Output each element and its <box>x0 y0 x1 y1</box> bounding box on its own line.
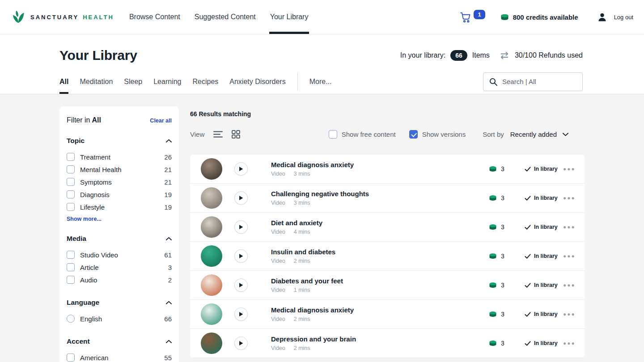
result-title: Diabetes and your feet <box>271 277 489 285</box>
filter-section-header-language[interactable]: Language <box>67 297 172 308</box>
top-nav: Browse ContentSuggested ContentYour Libr… <box>128 0 309 34</box>
show-versions-checkbox[interactable] <box>409 130 418 139</box>
filter-section-header-media[interactable]: Media <box>67 233 172 244</box>
grid-view-icon[interactable] <box>232 130 240 139</box>
play-button[interactable] <box>234 220 248 234</box>
play-button[interactable] <box>234 278 248 292</box>
play-button[interactable] <box>234 162 248 176</box>
filter-option-label: Studio Video <box>80 251 159 259</box>
tab-anxiety-disorders[interactable]: Anxiety Disorders <box>229 69 285 94</box>
results-toolbar: View Show free content Show versions Sor… <box>190 130 585 139</box>
tabs-divider <box>297 73 298 91</box>
filter-option-count: 55 <box>164 354 172 362</box>
cart-button[interactable]: 1 <box>460 12 485 23</box>
filter-option-label: Symptoms <box>80 178 159 186</box>
result-thumbnail <box>201 333 222 354</box>
nav-item-your-library[interactable]: Your Library <box>269 0 309 34</box>
filter-option-count: 3 <box>168 264 172 271</box>
filters-title: Filter inAll <box>67 116 101 124</box>
user-menu-button[interactable] <box>597 12 607 22</box>
filter-option-audio: Audio2 <box>67 274 172 286</box>
filter-option-count: 21 <box>164 178 172 186</box>
row-menu-button[interactable]: ●●● <box>563 195 574 201</box>
row-menu-button[interactable]: ●●● <box>563 224 574 230</box>
tab-learning[interactable]: Learning <box>153 69 181 94</box>
filters-header: Filter inAll Clear all <box>67 116 172 124</box>
result-thumbnail <box>201 245 222 267</box>
filter-option-label: Audio <box>80 276 163 284</box>
tab-recipes[interactable]: Recipes <box>192 69 218 94</box>
result-title: Diet and anxiety <box>271 219 489 227</box>
search-input[interactable] <box>502 78 577 85</box>
tab-meditation[interactable]: Meditation <box>80 69 113 94</box>
checkbox-symptoms[interactable] <box>67 178 75 186</box>
filter-option-count: 2 <box>168 276 172 284</box>
in-library-status: In library <box>525 253 563 259</box>
row-menu-button[interactable]: ●●● <box>563 340 574 346</box>
in-library-status: In library <box>525 195 563 201</box>
checkbox-article[interactable] <box>67 263 75 271</box>
result-row: Medical diagnosis anxietyVideo2 mins3In … <box>190 300 585 329</box>
filter-option-symptoms: Symptoms21 <box>67 176 172 188</box>
play-button[interactable] <box>234 249 248 263</box>
in-library-status: In library <box>525 224 563 230</box>
filter-section-title: Topic <box>67 137 85 145</box>
tab-more[interactable]: More... <box>309 69 332 94</box>
result-type: Video <box>271 345 285 351</box>
filter-option-count: 19 <box>164 203 172 211</box>
nav-item-browse-content[interactable]: Browse Content <box>128 0 181 34</box>
in-library-label: In library <box>534 224 558 230</box>
nav-item-suggested-content[interactable]: Suggested Content <box>194 0 257 34</box>
radio-english[interactable] <box>67 315 75 323</box>
row-menu-button[interactable]: ●●● <box>563 166 574 172</box>
show-free-content-checkbox[interactable] <box>329 130 337 139</box>
result-duration: 2 mins <box>294 316 310 322</box>
search-icon <box>489 77 498 86</box>
filter-section-header-accent[interactable]: Accent <box>67 336 172 347</box>
result-thumbnail <box>201 216 222 238</box>
checkbox-american[interactable] <box>67 354 75 362</box>
filter-option-mental-health: Mental Health21 <box>67 163 172 176</box>
credits-count: 3 <box>501 253 504 260</box>
checkbox-treatment[interactable] <box>67 153 75 161</box>
filter-option-american: American55 <box>67 351 172 362</box>
filter-section-topic: TopicTreatment26Mental Health21Symptoms2… <box>67 135 172 222</box>
items-count-badge: 66 <box>450 50 467 61</box>
filter-section-media: MediaStudio Video61Article3Audio2 <box>67 233 172 286</box>
result-duration: 1 mins <box>294 287 310 293</box>
checkbox-studio-video[interactable] <box>67 251 75 259</box>
brand: SANCTUARYHEALTH <box>11 9 114 25</box>
row-menu-button[interactable]: ●●● <box>563 282 574 288</box>
logout-link[interactable]: Log out <box>614 14 633 21</box>
play-button[interactable] <box>234 307 248 321</box>
sort-dropdown[interactable]: Recently added <box>510 130 557 138</box>
filter-option-diagnosis: Diagnosis19 <box>67 188 172 201</box>
filter-section-header-topic[interactable]: Topic <box>67 135 172 147</box>
chevron-up-icon <box>166 139 172 143</box>
filter-sections: TopicTreatment26Mental Health21Symptoms2… <box>67 135 172 362</box>
row-menu-button[interactable]: ●●● <box>563 311 574 317</box>
clear-all-link[interactable]: Clear all <box>150 118 172 124</box>
play-button[interactable] <box>234 191 248 205</box>
result-title: Medical diagnosis anxiety <box>271 161 489 168</box>
play-button[interactable] <box>234 337 248 350</box>
filter-option-count: 21 <box>164 166 172 173</box>
tab-sleep[interactable]: Sleep <box>124 69 142 94</box>
result-title: Insulin and diabetes <box>271 248 489 256</box>
result-credits: 3 <box>489 165 525 173</box>
checkbox-diagnosis[interactable] <box>67 190 75 198</box>
tab-all[interactable]: All <box>59 69 68 94</box>
chevron-down-icon[interactable] <box>563 133 568 136</box>
checkbox-audio[interactable] <box>67 276 75 284</box>
filter-option-studio-video: Studio Video61 <box>67 248 172 261</box>
filter-option-article: Article3 <box>67 261 172 274</box>
in-library-status: In library <box>525 311 563 317</box>
list-view-icon[interactable] <box>213 130 223 138</box>
checkbox-mental-health[interactable] <box>67 165 75 173</box>
result-type: Video <box>271 171 285 177</box>
row-menu-button[interactable]: ●●● <box>563 253 574 259</box>
checkbox-lifestyle[interactable] <box>67 203 75 211</box>
result-row: Diabetes and your feetVideo1 mins3In lib… <box>190 271 585 300</box>
show-more-link[interactable]: Show more... <box>67 216 172 222</box>
library-tabs: AllMeditationSleepLearningRecipesAnxiety… <box>59 69 286 94</box>
